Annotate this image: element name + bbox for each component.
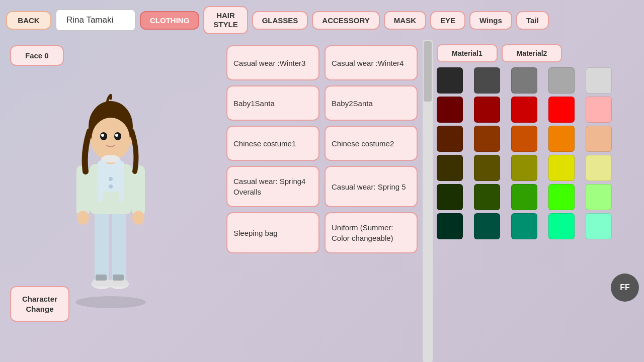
back-button[interactable]: BACK: [6, 11, 51, 30]
svg-rect-5: [93, 280, 111, 287]
svg-point-15: [77, 211, 89, 225]
svg-point-20: [92, 118, 130, 160]
character-name: Rina Tamaki: [55, 9, 136, 31]
color-swatch-0[interactable]: [437, 67, 463, 94]
material-tabs: Material1 Material2: [437, 44, 620, 62]
top-nav: BACK Rina Tamaki CLOTHING HAIRSTYLE GLAS…: [0, 0, 644, 40]
color-swatch-28[interactable]: [548, 213, 575, 239]
character-panel: Face 0: [0, 40, 221, 362]
color-swatch-26[interactable]: [474, 213, 500, 239]
color-swatch-29[interactable]: [586, 213, 612, 239]
face-button[interactable]: Face 0: [10, 45, 64, 66]
tab-wings[interactable]: Wings: [469, 11, 512, 30]
svg-point-0: [75, 296, 146, 308]
svg-rect-11: [98, 161, 103, 202]
scroll-thumb: [424, 41, 432, 102]
color-swatch-22[interactable]: [511, 184, 537, 210]
color-swatch-10[interactable]: [437, 126, 463, 152]
color-swatch-12[interactable]: [511, 126, 537, 152]
svg-point-23: [101, 134, 104, 137]
character-svg: [55, 71, 166, 312]
character-display: [55, 71, 166, 312]
color-swatch-13[interactable]: [548, 126, 575, 152]
svg-rect-2: [112, 207, 126, 282]
color-swatch-14[interactable]: [586, 126, 612, 152]
color-swatch-2[interactable]: [511, 67, 537, 94]
tab-tail[interactable]: Tail: [516, 11, 549, 30]
clothing-item-casual-winter4[interactable]: Casual wear :Winter4: [325, 45, 418, 80]
color-swatch-27[interactable]: [511, 213, 537, 239]
material1-tab[interactable]: Material1: [437, 44, 498, 62]
color-swatch-21[interactable]: [474, 184, 500, 210]
svg-point-16: [132, 211, 144, 225]
character-change-button[interactable]: CharacterChange: [10, 286, 69, 322]
color-swatch-8[interactable]: [548, 97, 575, 123]
color-swatch-9[interactable]: [586, 97, 612, 123]
scroll-bar[interactable]: [423, 40, 433, 362]
tab-eye[interactable]: EYE: [430, 11, 465, 30]
clothing-item-baby1santa[interactable]: Baby1Santa: [226, 85, 319, 121]
clothing-item-casual-winter3[interactable]: Casual wear :Winter3: [226, 45, 319, 80]
clothing-item-sleeping-bag[interactable]: Sleeping bag: [226, 212, 319, 253]
color-swatch-3[interactable]: [548, 67, 575, 94]
color-swatch-20[interactable]: [437, 184, 463, 210]
color-swatch-16[interactable]: [474, 155, 500, 181]
svg-point-25: [109, 177, 113, 181]
color-swatch-19[interactable]: [586, 155, 612, 181]
color-swatch-18[interactable]: [548, 155, 575, 181]
svg-rect-7: [96, 275, 107, 281]
clothing-item-casual-spring5[interactable]: Casual wear: Spring 5: [325, 166, 418, 207]
color-swatch-24[interactable]: [586, 184, 612, 210]
color-swatch-23[interactable]: [548, 184, 575, 210]
tab-hair-style[interactable]: HAIRSTYLE: [203, 6, 248, 34]
clothing-item-chinese-costume2[interactable]: Chinese costume2: [325, 126, 418, 161]
tab-mask[interactable]: MASK: [384, 11, 426, 30]
color-panel: Material1 Material2: [433, 40, 624, 362]
color-swatch-5[interactable]: [437, 97, 463, 123]
color-grid: [437, 67, 620, 239]
svg-rect-8: [113, 275, 124, 281]
svg-point-26: [109, 185, 113, 189]
clothing-item-chinese-costume1[interactable]: Chinese costume1: [226, 126, 319, 161]
color-swatch-25[interactable]: [437, 213, 463, 239]
color-swatch-17[interactable]: [511, 155, 537, 181]
color-swatch-15[interactable]: [437, 155, 463, 181]
color-swatch-11[interactable]: [474, 126, 500, 152]
tab-accessory[interactable]: ACCESSORY: [312, 11, 379, 30]
color-swatch-7[interactable]: [511, 97, 537, 123]
svg-rect-1: [95, 207, 109, 282]
svg-point-24: [115, 134, 118, 137]
tab-glasses[interactable]: GLASSES: [252, 11, 308, 30]
svg-rect-6: [110, 280, 128, 287]
tab-clothing[interactable]: CLOTHING: [140, 11, 199, 30]
clothing-panel: Casual wear :Winter3Casual wear :Winter4…: [221, 40, 423, 362]
clothing-grid: Casual wear :Winter3Casual wear :Winter4…: [226, 45, 418, 253]
clothing-item-baby2santa[interactable]: Baby2Santa: [325, 85, 418, 121]
color-swatch-6[interactable]: [474, 97, 500, 123]
ff-button[interactable]: FF: [611, 274, 639, 302]
color-swatch-4[interactable]: [586, 67, 612, 94]
material2-tab[interactable]: Material2: [502, 44, 562, 62]
clothing-item-uniform-summer[interactable]: Uniform (Summer: Color changeable): [325, 212, 418, 253]
clothing-item-casual-spring4[interactable]: Casual wear: Spring4 Overalls: [226, 166, 319, 207]
svg-rect-12: [119, 161, 124, 202]
color-swatch-1[interactable]: [474, 67, 500, 94]
